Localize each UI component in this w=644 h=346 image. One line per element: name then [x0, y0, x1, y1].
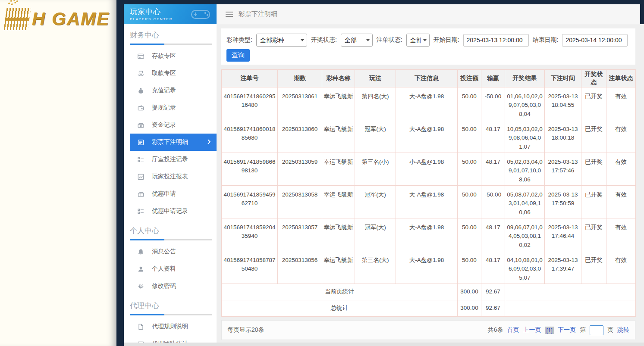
- table-cell: 401569174186029516480: [222, 87, 278, 120]
- table-cell: 48.17: [481, 120, 505, 153]
- table-cell: 401569174185945962710: [222, 186, 278, 218]
- table-cell: 幸运飞艇新: [322, 186, 355, 218]
- table-cell: 50.00: [458, 251, 481, 284]
- sidebar-item-withdraw-zone[interactable]: 取款专区: [130, 65, 217, 82]
- table-cell: 50.00: [458, 218, 481, 251]
- table-cell: 已开奖: [581, 153, 606, 186]
- bank-card-icon: [137, 52, 145, 60]
- table-cell: 20250313060: [278, 120, 322, 153]
- draw-status-select[interactable]: 全部: [341, 34, 373, 47]
- hall-list-icon: [137, 156, 145, 163]
- column-header: 注单号: [222, 70, 278, 87]
- sidebar-item-label: 存款专区: [152, 52, 176, 60]
- table-cell: 20250313061: [278, 87, 322, 120]
- end-date-input[interactable]: [562, 34, 628, 47]
- column-header: 开奖结果: [505, 70, 545, 87]
- bet-status-select[interactable]: 全部: [406, 34, 430, 47]
- table-cell: 幸运飞艇新: [322, 153, 355, 186]
- logo-text: H GAME: [32, 9, 110, 29]
- sidebar-item-hall-bet-records[interactable]: 厅室投注记录: [130, 151, 217, 168]
- table-cell: 05,08,07,02,03,01,04,09,10,06: [505, 186, 545, 218]
- sidebar-item-withdraw-records[interactable]: 提现记录: [130, 99, 217, 116]
- table-cell: 有效: [606, 251, 636, 284]
- sidebar-item-player-bet-report[interactable]: 玩家投注报表: [130, 168, 217, 185]
- topbar-row: 彩票下注明细: [217, 4, 644, 24]
- sidebar-menu: 财务中心存款专区取款专区充值记录提现记录资金记录彩票下注明细厅室投注记录玩家投注…: [124, 24, 217, 346]
- gear-icon: [137, 282, 145, 290]
- sidebar-item-messages[interactable]: 消息公告: [130, 243, 217, 260]
- page-title: 彩票下注明细: [239, 10, 277, 18]
- page-size-text: 每页显示20条: [227, 326, 264, 334]
- lottery-type-select[interactable]: 全部彩种: [256, 34, 307, 47]
- column-header: 下注时间: [545, 70, 581, 87]
- section-title: 财务中心: [130, 30, 217, 40]
- start-date-input[interactable]: [463, 34, 529, 47]
- table-cell: 48.17: [481, 153, 505, 186]
- promo-list-icon: [137, 207, 145, 215]
- sidebar-item-fund-records[interactable]: 资金记录: [130, 116, 217, 134]
- brand-logo[interactable]: H GAME: [0, 0, 116, 30]
- menu-toggle-icon[interactable]: [226, 10, 233, 18]
- table-cell: 401569174186001885680: [222, 120, 278, 153]
- table-cell: 已开奖: [581, 87, 606, 120]
- table-cell: 50.00: [458, 186, 481, 218]
- left-frame-divider: [116, 0, 124, 346]
- start-date-label: 开始日期:: [434, 36, 459, 44]
- filter-panel: 彩种类型: 全部彩种 开奖状态: 全部 注单状态:: [221, 28, 635, 65]
- sidebar-item-promo-apply[interactable]: 优惠申请: [130, 185, 217, 203]
- sidebar-item-lottery-bet-details[interactable]: 彩票下注明细: [130, 134, 217, 151]
- table-row: 40156917418598669813020250313059幸运飞艇新第三名…: [222, 153, 636, 186]
- table-cell: 幸运飞艇新: [322, 218, 355, 251]
- wallet-icon: [137, 104, 145, 112]
- pagination-bar: 每页显示20条 共6条 首页 上一页 [1] 下一页 第 页 跳转: [221, 320, 635, 340]
- section-title: 个人中心: [130, 226, 217, 236]
- players-center-page: H GAME 玩家中心 PLAYERS CENTER 财务中心存款专区取款专区充…: [0, 0, 644, 346]
- sidebar-item-profile[interactable]: 个人资料: [130, 260, 217, 277]
- search-button[interactable]: 查询: [226, 49, 250, 62]
- table-cell: 20250313057: [278, 218, 322, 251]
- table-row: 40156917418587875048020250313056幸运飞艇新第三名…: [222, 251, 636, 284]
- next-page-link[interactable]: 下一页: [558, 326, 576, 334]
- table-cell: 2025-03-13 17:39:47: [545, 251, 581, 284]
- sidebar-item-change-password[interactable]: 修改密码: [130, 277, 217, 295]
- table-cell: 20250313056: [278, 251, 322, 284]
- sidebar-item-label: 充值记录: [152, 87, 176, 94]
- jump-button[interactable]: 跳转: [617, 326, 629, 334]
- sidebar: 玩家中心 PLAYERS CENTER 财务中心存款专区取款专区充值记录提现记录…: [124, 0, 217, 346]
- total-count-text: 共6条: [488, 326, 503, 334]
- pager: 共6条 首页 上一页 [1] 下一页 第 页 跳转: [488, 325, 629, 335]
- page-jump-input[interactable]: [590, 325, 603, 335]
- sidebar-item-agent-rules[interactable]: 代理规则说明: [130, 318, 217, 335]
- table-cell: 有效: [606, 120, 636, 153]
- sidebar-item-label: 修改密码: [152, 282, 176, 290]
- filter-row: 彩种类型: 全部彩种 开奖状态: 全部 注单状态:: [226, 34, 630, 47]
- person-icon: [137, 265, 145, 273]
- sidebar-item-promo-apply-records[interactable]: 优惠申请记录: [130, 203, 217, 220]
- table-cell: 大-A盘@1.98: [396, 218, 458, 251]
- summary-row: 当前页统计300.0092.67: [222, 284, 636, 300]
- players-center-banner: 玩家中心 PLAYERS CENTER: [124, 4, 217, 24]
- prev-page-link[interactable]: 上一页: [523, 326, 541, 334]
- sidebar-item-deposit-zone[interactable]: 存款专区: [130, 47, 217, 65]
- horizontal-scrollbar[interactable]: [124, 343, 644, 346]
- summary-empty: [505, 300, 636, 317]
- table-cell: 第四名(大): [355, 87, 396, 120]
- first-page-link[interactable]: 首页: [507, 326, 519, 334]
- section-divider: [130, 44, 212, 45]
- document-icon: [137, 323, 145, 330]
- sidebar-item-label: 厅室投注记录: [152, 156, 188, 163]
- section-divider: [130, 314, 212, 315]
- table-cell: 2025-03-13 18:00:18: [545, 120, 581, 153]
- bet-list-icon: [137, 138, 145, 146]
- sidebar-item-label: 取款专区: [152, 69, 176, 77]
- table-cell: 10,05,03,02,09,08,06,04,01,07: [505, 120, 545, 153]
- lottery-type-label: 彩种类型:: [226, 36, 252, 44]
- sidebar-item-recharge-records[interactable]: 充值记录: [130, 82, 217, 99]
- table-cell: 已开奖: [581, 218, 606, 251]
- content-area: 彩种类型: 全部彩种 开奖状态: 全部 注单状态:: [217, 24, 644, 346]
- draw-status-select-wrap: 全部: [341, 34, 373, 47]
- table-cell: 冠军(大): [355, 186, 396, 218]
- column-header: 注单状态: [606, 70, 636, 87]
- table-cell: 04,10,08,01,06,09,02,03,05,07: [505, 251, 545, 284]
- table-cell: 有效: [606, 186, 636, 218]
